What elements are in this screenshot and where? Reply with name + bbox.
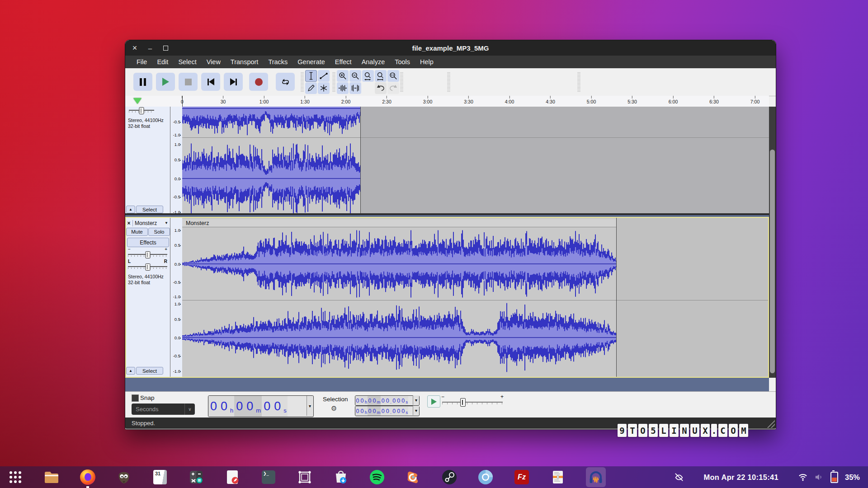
volume-icon[interactable] <box>815 473 824 481</box>
menu-tools[interactable]: Tools <box>390 56 415 67</box>
draw-tool-button[interactable] <box>305 82 317 94</box>
steam-icon[interactable] <box>441 469 458 485</box>
loop-button[interactable] <box>276 73 295 91</box>
selection-start-display[interactable]: 00h00m00.000s <box>355 395 420 406</box>
track2-clip-header[interactable]: Monsterz <box>182 219 616 227</box>
track1-waveform-left[interactable] <box>182 107 360 137</box>
track2-solo-button[interactable]: Solo <box>148 228 170 236</box>
skip-to-end-button[interactable] <box>224 73 243 91</box>
track2-pan-slider[interactable]: L R <box>128 260 167 269</box>
track2-close-icon[interactable]: × <box>125 220 132 226</box>
track1-waveform-right[interactable] <box>182 138 360 213</box>
track2-gain-slider[interactable]: − + <box>128 249 167 257</box>
undo-button[interactable] <box>375 82 387 94</box>
track2-empty-area[interactable] <box>616 218 769 377</box>
ruler-tick: 2:00 <box>341 96 350 104</box>
track2-waveform-right[interactable] <box>182 301 616 377</box>
menu-select[interactable]: Select <box>173 56 201 67</box>
time-format-dropdown-icon[interactable]: ▾ <box>307 396 313 416</box>
chromium-icon[interactable] <box>477 469 494 485</box>
menu-transport[interactable]: Transport <box>226 56 264 67</box>
menu-file[interactable]: File <box>132 56 152 67</box>
track2-menu-icon[interactable]: ▼ <box>165 221 170 225</box>
clock[interactable]: Mon Apr 22 10:15:41 <box>703 473 778 482</box>
watermark-tile: U <box>690 424 699 437</box>
menu-effect[interactable]: Effect <box>330 56 357 67</box>
scale-tick-label: 0.0 <box>170 262 180 267</box>
track2-name[interactable]: Monsterz <box>132 220 165 226</box>
scale-tick-label: -0.5 <box>170 353 180 358</box>
track1-empty-area[interactable] <box>360 107 769 213</box>
snap-mode-select[interactable]: Seconds ∨ <box>132 404 195 415</box>
vertical-scrollbar[interactable] <box>769 107 776 378</box>
terminal-icon[interactable]: ❯_ <box>260 469 277 485</box>
software-store-icon[interactable] <box>333 469 349 485</box>
selection-tool-button[interactable] <box>305 70 317 82</box>
frames-app-icon[interactable] <box>297 469 313 485</box>
track2-mute-button[interactable]: Mute <box>126 228 148 236</box>
audacity-icon[interactable] <box>586 467 606 487</box>
track1-select-button[interactable]: Select <box>136 206 163 213</box>
trim-audio-button[interactable] <box>337 82 349 94</box>
play-at-speed-button[interactable] <box>427 395 440 408</box>
track-divider[interactable] <box>125 213 769 215</box>
play-speed-slider[interactable]: − + <box>441 394 504 408</box>
menu-generate[interactable]: Generate <box>292 56 330 67</box>
track2-control-panel[interactable]: × Monsterz ▼ Mute Solo Effects − + L R <box>125 218 170 377</box>
selection-end-dropdown-icon[interactable]: ▾ <box>413 406 419 415</box>
track2-effects-button[interactable]: Effects <box>127 238 169 247</box>
screen-privacy-icon[interactable] <box>674 473 684 482</box>
zoom-out-button[interactable] <box>349 70 361 82</box>
spotify-icon[interactable] <box>369 469 385 485</box>
selection-toolbar: Snap Seconds ∨ 00h00m00s ▾ Selection ⚙ 0… <box>125 391 776 418</box>
resize-grip[interactable] <box>765 418 775 428</box>
gear-icon[interactable]: ⚙ <box>331 404 337 413</box>
xnviewmp-icon[interactable] <box>405 469 421 485</box>
calendar-icon[interactable]: 31 <box>152 469 168 485</box>
zoom-toggle-icon <box>388 71 398 81</box>
wifi-icon[interactable] <box>798 473 808 481</box>
envelope-tool-button[interactable] <box>318 70 330 82</box>
archive-manager-icon[interactable] <box>550 469 566 485</box>
play-speed-slider-thumb[interactable] <box>460 398 466 407</box>
zoom-in-button[interactable] <box>337 70 349 82</box>
text-editor-icon[interactable] <box>224 469 241 485</box>
menu-help[interactable]: Help <box>415 56 439 67</box>
track2-select-button[interactable]: Select <box>136 367 163 375</box>
menu-tracks[interactable]: Tracks <box>263 56 292 67</box>
app-grid-icon[interactable] <box>7 469 24 485</box>
menu-view[interactable]: View <box>202 56 226 67</box>
redo-button[interactable] <box>387 82 399 94</box>
filezilla-icon[interactable]: Fz <box>514 469 530 485</box>
play-button[interactable] <box>156 73 175 91</box>
gimp-icon[interactable] <box>116 469 132 485</box>
multi-tool-button[interactable] <box>318 82 330 94</box>
stop-button[interactable] <box>179 73 198 91</box>
timeline-ruler[interactable]: 0301:001:302:002:303:003:304:004:305:005… <box>125 96 769 107</box>
snap-checkbox[interactable] <box>132 394 139 402</box>
menu-edit[interactable]: Edit <box>152 56 173 67</box>
zoom-toggle-button[interactable] <box>387 70 399 82</box>
pause-button[interactable] <box>133 73 152 91</box>
files-icon[interactable] <box>43 469 60 485</box>
record-button[interactable] <box>249 73 268 91</box>
selection-end-display[interactable]: 00h00m00.000s <box>355 406 420 416</box>
menu-analyze[interactable]: Analyze <box>357 56 390 67</box>
selection-start-dropdown-icon[interactable]: ▾ <box>413 395 419 405</box>
track1-control-panel[interactable]: Stereo, 44100Hz32-bit float ▲ Select <box>125 107 170 214</box>
firefox-icon[interactable] <box>80 469 96 485</box>
zoom-selection-button[interactable] <box>362 70 374 82</box>
audacity-window: × – file_example_MP3_5MG FileEditSelectV… <box>125 40 776 430</box>
track2-collapse-button[interactable]: ▲ <box>126 367 135 375</box>
track1-collapse-button[interactable]: ▲ <box>126 206 135 213</box>
track1-pan-slider[interactable] <box>129 108 154 113</box>
ibeam-icon <box>306 71 316 81</box>
zoom-fit-button[interactable] <box>375 70 387 82</box>
track2-waveform-left[interactable] <box>182 227 616 300</box>
vertical-scrollbar-thumb[interactable] <box>770 150 775 373</box>
audio-position-display[interactable]: 00h00m00s <box>208 395 314 417</box>
silence-audio-button[interactable] <box>349 82 361 94</box>
skip-to-start-button[interactable] <box>201 73 220 91</box>
play-pinhead-icon[interactable] <box>133 98 142 104</box>
calculator-icon[interactable] <box>188 469 204 485</box>
